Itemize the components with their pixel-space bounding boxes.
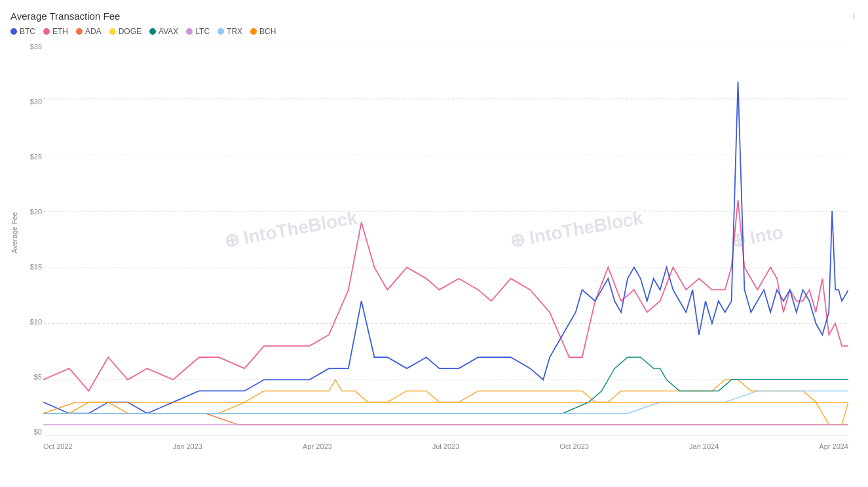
legend-dot-ltc: [186, 28, 193, 35]
y-label-20: $20: [30, 208, 42, 216]
legend: BTC ETH ADA DOGE AVAX LTC TRX BCH: [10, 27, 855, 36]
x-label-apr2024: Apr 2024: [819, 442, 848, 450]
legend-label-doge: DOGE: [119, 27, 142, 36]
legend-dot-btc: [10, 28, 17, 35]
legend-item-ada: ADA: [76, 27, 102, 36]
x-label-jan2023: Jan 2023: [173, 442, 202, 450]
y-label-30: $30: [30, 98, 42, 106]
avax-line: [43, 357, 848, 414]
x-label-jul2023: Jul 2023: [432, 442, 460, 450]
y-label-15: $15: [30, 263, 42, 271]
legend-dot-ada: [76, 28, 83, 35]
svg-text:⊕ IntoTheBlock: ⊕ IntoTheBlock: [508, 207, 645, 251]
chart-title: Average Transaction Fee: [10, 10, 855, 22]
ada-line: [43, 414, 848, 425]
svg-text:⊕ IntoTheBlock: ⊕ IntoTheBlock: [222, 207, 359, 251]
y-label-35: $35: [30, 43, 42, 50]
chart-inner: ⊕ IntoTheBlock ⊕ IntoTheBlock ⊕ Into: [43, 43, 848, 436]
x-axis-labels: Oct 2022 Jan 2023 Apr 2023 Jul 2023 Oct …: [43, 442, 848, 450]
legend-item-trx: TRX: [217, 27, 242, 36]
chart-container: Average Transaction Fee i BTC ETH ADA DO…: [0, 0, 868, 487]
legend-dot-doge: [109, 28, 116, 35]
x-label-oct2022: Oct 2022: [43, 442, 73, 450]
bch-line: [43, 402, 848, 414]
y-axis-label: Average Fee: [10, 212, 18, 253]
x-label-oct2023: Oct 2023: [559, 442, 589, 450]
legend-dot-trx: [217, 28, 224, 35]
legend-label-eth: ETH: [52, 27, 68, 36]
legend-label-trx: TRX: [227, 27, 242, 36]
legend-dot-avax: [149, 28, 156, 35]
legend-item-eth: ETH: [43, 27, 68, 36]
chart-area: $35 $30 $25 $20 $15 $10 $5 $0 Average Fe…: [10, 43, 855, 456]
y-label-0: $0: [34, 428, 42, 436]
y-label-25: $25: [30, 153, 42, 161]
x-label-apr2023: Apr 2023: [303, 442, 332, 450]
eth-line: [43, 200, 848, 391]
legend-label-btc: BTC: [20, 27, 35, 36]
legend-label-avax: AVAX: [159, 27, 178, 36]
legend-item-avax: AVAX: [149, 27, 178, 36]
legend-label-ada: ADA: [85, 27, 102, 36]
info-icon[interactable]: i: [853, 10, 855, 21]
y-label-5: $5: [34, 373, 42, 381]
y-label-10: $10: [30, 318, 42, 326]
svg-text:⊕ Into: ⊕ Into: [728, 222, 784, 251]
x-label-jan2024: Jan 2024: [689, 442, 719, 450]
btc-line: [43, 81, 848, 413]
legend-item-doge: DOGE: [109, 27, 142, 36]
chart-svg: ⊕ IntoTheBlock ⊕ IntoTheBlock ⊕ Into: [43, 43, 848, 436]
legend-label-ltc: LTC: [195, 27, 210, 36]
legend-label-bch: BCH: [259, 27, 276, 36]
legend-item-ltc: LTC: [186, 27, 210, 36]
legend-item-btc: BTC: [10, 27, 35, 36]
legend-dot-eth: [43, 28, 50, 35]
legend-dot-bch: [250, 28, 257, 35]
legend-item-bch: BCH: [250, 27, 276, 36]
